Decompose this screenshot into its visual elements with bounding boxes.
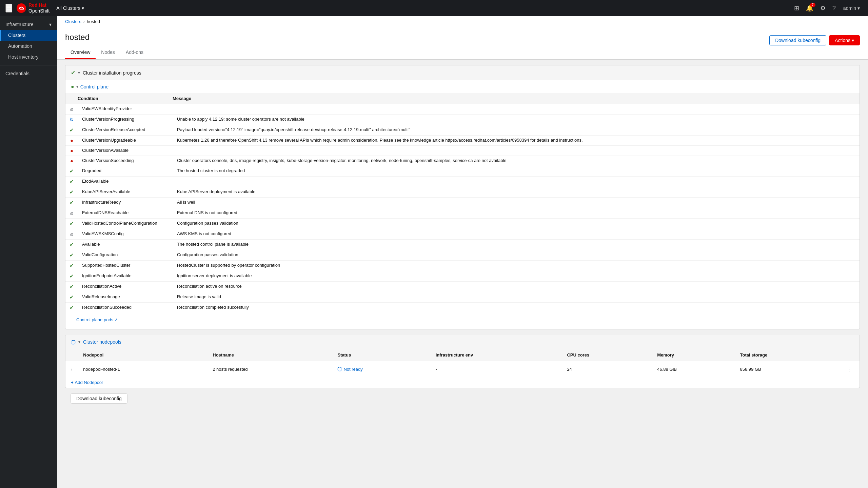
cluster-installation-header[interactable]: ✔ ▾ Cluster installation progress — [65, 65, 860, 80]
condition-name: ReconciliationSucceeded — [78, 303, 173, 313]
add-nodepool-icon: + — [71, 380, 74, 385]
status-col-header: Status — [332, 349, 430, 361]
tab-nodes[interactable]: Nodes — [96, 46, 120, 59]
sidebar-host-inventory-label: Host inventory — [8, 54, 38, 60]
control-plane-chevron-icon: ▾ — [76, 84, 78, 89]
sidebar-item-automation[interactable]: Automation — [0, 41, 57, 52]
condition-row: ⌀ ExternalDNSReachable External DNS is n… — [65, 208, 860, 219]
condition-icon: ✔ — [65, 125, 78, 136]
condition-message: The hosted control plane is available — [173, 240, 860, 250]
nodepool-expand[interactable]: › — [65, 361, 78, 377]
cp-pods-link[interactable]: Control plane pods ↗ — [71, 314, 123, 325]
actions-col-header — [839, 349, 860, 361]
add-nodepool-link[interactable]: + Add Nodepool — [65, 377, 108, 388]
notifications-badge: 7 — [810, 3, 815, 7]
condition-message: All is well — [173, 198, 860, 208]
settings-button[interactable]: ⚙ — [818, 2, 828, 14]
nodepool-three-dot-button[interactable]: ⋮ — [844, 365, 854, 373]
sidebar-automation-label: Automation — [8, 43, 32, 49]
condition-row: ⌀ ValidAWSKMSConfig AWS KMS is not confi… — [65, 229, 860, 240]
condition-name: InfrastructureReady — [78, 198, 173, 208]
condition-message — [173, 104, 860, 115]
condition-message: External DNS is not configured — [173, 208, 860, 219]
condition-name: ExternalDNSReachable — [78, 208, 173, 219]
actions-button[interactable]: Actions ▾ — [829, 35, 860, 45]
nodepool-status-icon — [71, 339, 76, 345]
download-kubeconfig-button[interactable]: Download kubeconfig — [769, 35, 826, 45]
condition-message: Configuration passes validation — [173, 219, 860, 229]
condition-name: ClusterVersionProgressing — [78, 115, 173, 125]
nodepool-col-header: Nodepool — [78, 349, 207, 361]
expand-col-header — [65, 349, 78, 361]
sidebar-item-host-inventory[interactable]: Host inventory — [0, 52, 57, 62]
condition-icon: ✔ — [65, 219, 78, 229]
tab-overview[interactable]: Overview — [65, 46, 96, 59]
page-header: hosted Download kubeconfig Actions ▾ Ove… — [57, 27, 868, 60]
condition-name: ValidAWSKMSConfig — [78, 229, 173, 240]
condition-icon: ● — [65, 146, 78, 156]
main-layout: Infrastructure ▾ Clusters Automation Hos… — [0, 16, 868, 488]
condition-icon: ✔ — [65, 271, 78, 282]
condition-row: ✔ KubeAPIServerAvailable Kube APIServer … — [65, 187, 860, 198]
credentials-label: Credentials — [5, 71, 29, 76]
brand-logo: Red Hat OpenShift — [16, 2, 50, 14]
nodepool-actions[interactable]: ⋮ — [839, 361, 860, 377]
condition-icon: ✔ — [65, 250, 78, 261]
condition-icon: ✔ — [65, 261, 78, 271]
add-nodepool-label: Add Nodepool — [75, 380, 103, 385]
condition-icon: ✔ — [65, 166, 78, 177]
nodepools-header[interactable]: ▾ Cluster nodepools — [65, 335, 860, 349]
cp-pods-link-label: Control plane pods — [76, 317, 113, 322]
condition-icon: ● — [65, 156, 78, 166]
hamburger-button[interactable]: ☰ — [5, 4, 12, 13]
status-not-ready-label: Not ready — [343, 367, 362, 372]
sidebar-section-credentials[interactable]: Credentials — [0, 68, 57, 79]
sidebar-item-clusters[interactable]: Clusters — [0, 30, 57, 41]
condition-icon: ✔ — [65, 187, 78, 198]
nodepools-label: Cluster nodepools — [83, 339, 121, 345]
control-plane-header[interactable]: ● ▾ Control plane — [65, 80, 860, 93]
help-button[interactable]: ? — [830, 3, 838, 14]
nodepool-hostname: 2 hosts requested — [207, 361, 332, 377]
top-navbar: ☰ Red Hat OpenShift All Clusters ▾ ⊞ 🔔 7… — [0, 0, 868, 16]
tab-add-ons[interactable]: Add-ons — [120, 46, 149, 59]
download-kubeconfig-bottom-button[interactable]: Download kubeconfig — [71, 393, 127, 404]
actions-label: Actions — [835, 38, 850, 43]
condition-icon: ↻ — [65, 115, 78, 125]
condition-message: Cluster operators console, dns, image-re… — [173, 156, 860, 166]
nodepool-memory: 46.88 GiB — [652, 361, 734, 377]
nodepools-chevron-icon: ▾ — [78, 340, 80, 344]
condition-name: SupportedHostedCluster — [78, 261, 173, 271]
condition-message: HostedCluster is supported by operator c… — [173, 261, 860, 271]
page-tabs: Overview Nodes Add-ons — [65, 46, 860, 59]
grid-button[interactable]: ⊞ — [792, 2, 801, 14]
condition-row: ● ClusterVersionAvailable — [65, 146, 860, 156]
breadcrumb-clusters-link[interactable]: Clusters — [65, 19, 81, 24]
condition-message: Payload loaded version="4.12.19" image="… — [173, 125, 860, 136]
add-nodepool-container: + Add Nodepool — [65, 377, 860, 388]
page-title: hosted — [65, 33, 90, 42]
condition-name: ValidHostedControlPlaneConfiguration — [78, 219, 173, 229]
condition-message: Ignition server deployment is available — [173, 271, 860, 282]
cluster-installation-section: ✔ ▾ Cluster installation progress ● ▾ Co… — [65, 65, 860, 329]
condition-icon: ✔ — [65, 240, 78, 250]
condition-row: ✔ Degraded The hosted cluster is not deg… — [65, 166, 860, 177]
nodepools-table-header-row: Nodepool Hostname Status Infrastructure … — [65, 349, 860, 361]
sidebar-section-infrastructure[interactable]: Infrastructure ▾ — [0, 19, 57, 30]
breadcrumb-separator-icon: › — [83, 19, 85, 24]
admin-button[interactable]: admin ▾ — [841, 3, 863, 13]
table-row: › nodepool-hosted-1 2 hosts requested No… — [65, 361, 860, 377]
nodepool-storage: 858.99 GB — [735, 361, 839, 377]
condition-row: ● ClusterVersionUpgradeable Kubernetes 1… — [65, 136, 860, 146]
brand-text: Red Hat OpenShift — [28, 2, 50, 14]
condition-row: ✔ InfrastructureReady All is well — [65, 198, 860, 208]
main-content: Clusters › hosted hosted Download kubeco… — [57, 16, 868, 488]
cond-icon-col-header — [70, 96, 78, 101]
cluster-ok-icon: ✔ — [71, 69, 75, 76]
condition-message: AWS KMS is not configured — [173, 229, 860, 240]
condition-icon: ⌀ — [65, 208, 78, 219]
condition-row: ✔ ClusterVersionReleaseAccepted Payload … — [65, 125, 860, 136]
cluster-selector-button[interactable]: All Clusters ▾ — [54, 4, 87, 12]
condition-row: ✔ EtcdAvailable — [65, 177, 860, 187]
notifications-button[interactable]: 🔔 7 — [804, 2, 815, 14]
